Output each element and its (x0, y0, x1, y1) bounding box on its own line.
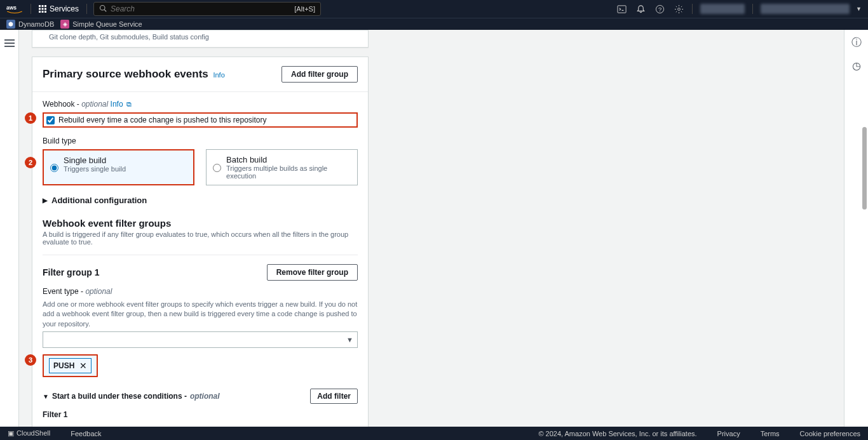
filter-group-1-title: Filter group 1 (43, 267, 99, 277)
event-type-label: Event type - optional (43, 287, 358, 296)
add-filter-button[interactable]: Add filter (310, 389, 358, 404)
svg-rect-8 (42, 11, 44, 13)
service-dynamodb[interactable]: ⬢ DynamoDB (6, 20, 54, 29)
svg-text:?: ? (658, 6, 661, 13)
batch-build-tile[interactable]: Batch build Triggers multiple builds as … (206, 149, 358, 185)
clock-icon[interactable]: ◷ (852, 60, 861, 72)
webhook-events-panel: Primary source webhook events Info Add f… (32, 57, 369, 427)
main-content: Git clone depth, Git submodules, Build s… (19, 30, 381, 427)
svg-rect-12 (618, 5, 626, 12)
dynamodb-icon: ⬢ (6, 20, 15, 29)
single-build-radio[interactable] (50, 157, 58, 179)
svg-rect-2 (42, 5, 44, 7)
rebuild-checkbox-label: Rebuild every time a code change is push… (58, 116, 267, 124)
conditions-toggle[interactable]: ▼ Start a build under these conditions -… (43, 392, 220, 401)
additional-config-toggle[interactable]: ▶ Additional configuration (43, 196, 358, 205)
annotation-2: 2 (25, 157, 36, 168)
hamburger-icon (4, 37, 15, 427)
top-nav: aws Services [Alt+S] ? ▼ (0, 0, 868, 18)
svg-point-15 (677, 8, 680, 10)
push-tag-outline: PUSH ✕ (43, 354, 98, 377)
search-icon (99, 4, 107, 14)
remove-tag-icon[interactable]: ✕ (79, 361, 87, 371)
push-tag[interactable]: PUSH ✕ (49, 358, 92, 373)
single-build-tile[interactable]: Single build Triggers single build (43, 149, 194, 185)
partial-subtext: Git clone depth, Git submodules, Build s… (49, 33, 358, 41)
filter-1-label: Filter 1 (43, 410, 358, 419)
aws-logo[interactable]: aws (6, 4, 23, 14)
svg-rect-9 (44, 11, 46, 13)
svg-rect-4 (39, 8, 41, 10)
region-selector[interactable] (700, 4, 745, 14)
batch-build-radio[interactable] (213, 156, 221, 180)
right-rail: ⓘ ◷ (844, 30, 868, 427)
settings-icon[interactable] (670, 1, 687, 17)
rebuild-checkbox[interactable] (46, 116, 55, 124)
external-link-icon: ⧉ (126, 100, 132, 108)
notifications-icon[interactable] (632, 1, 649, 17)
info-icon[interactable]: ⓘ (851, 36, 862, 50)
scrollbar[interactable] (862, 127, 867, 210)
caret-down-icon: ▼ (43, 393, 49, 400)
build-type-label: Build type (43, 137, 358, 145)
chevron-down-icon: ▼ (856, 6, 862, 12)
global-search[interactable]: [Alt+S] (93, 2, 321, 16)
svg-rect-1 (39, 5, 41, 7)
account-menu[interactable] (761, 4, 850, 14)
svg-rect-6 (44, 8, 46, 10)
event-type-dropdown[interactable]: ▼ (43, 331, 358, 348)
service-bar: ⬢ DynamoDB ◈ Simple Queue Service (0, 18, 868, 30)
svg-rect-3 (44, 5, 46, 7)
webhook-label: Webhook - optional Info ⧉ (43, 100, 358, 109)
event-type-help: Add one or more webhook event filter gro… (43, 300, 358, 329)
filter-groups-desc: A build is triggered if any filter group… (43, 230, 358, 246)
svg-rect-5 (42, 8, 44, 10)
services-label: Services (50, 4, 79, 13)
annotation-1: 1 (25, 112, 36, 124)
webhook-info-link[interactable]: Info (111, 100, 123, 109)
services-menu[interactable]: Services (34, 3, 84, 15)
help-icon[interactable]: ? (651, 1, 668, 17)
filter-groups-title: Webhook event filter groups (43, 218, 358, 229)
search-input[interactable] (111, 4, 294, 13)
info-link[interactable]: Info (213, 71, 224, 79)
chevron-down-icon: ▼ (346, 336, 353, 343)
svg-text:aws: aws (6, 4, 17, 11)
sqs-icon: ◈ (60, 20, 69, 29)
remove-filter-group-button[interactable]: Remove filter group (267, 264, 358, 281)
svg-line-11 (104, 10, 106, 11)
caret-right-icon: ▶ (43, 197, 48, 204)
cloudshell-icon[interactable] (613, 1, 630, 17)
annotation-3: 3 (25, 354, 36, 366)
service-sqs[interactable]: ◈ Simple Queue Service (60, 20, 142, 29)
sidebar-toggle[interactable] (0, 30, 19, 427)
search-hint: [Alt+S] (294, 5, 315, 13)
grid-icon (39, 5, 46, 13)
svg-rect-7 (39, 11, 41, 13)
additional-config-panel-partial: Git clone depth, Git submodules, Build s… (32, 30, 369, 48)
panel-title: Primary source webhook events (43, 68, 208, 80)
svg-point-10 (100, 5, 105, 10)
rebuild-checkbox-row[interactable]: Rebuild every time a code change is push… (43, 112, 358, 128)
add-filter-group-button[interactable]: Add filter group (281, 66, 358, 83)
